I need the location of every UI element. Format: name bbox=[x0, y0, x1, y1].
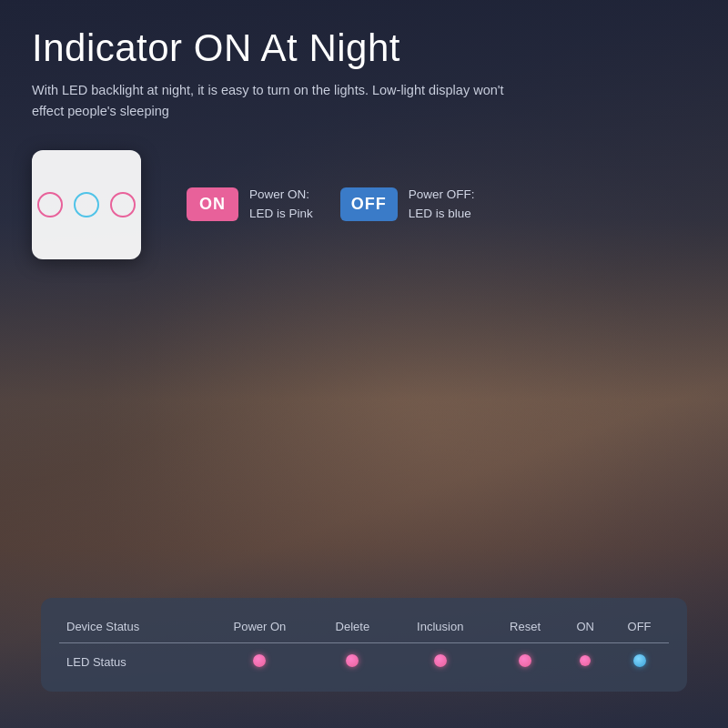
dot-off bbox=[610, 643, 669, 678]
page-subtitle: With LED backlight at night, it is easy … bbox=[32, 80, 505, 122]
status-table-container: Device Status Power On Delete Inclusion … bbox=[41, 598, 687, 692]
on-desc-line1: Power ON: bbox=[249, 187, 309, 201]
dot-inclusion bbox=[391, 643, 490, 678]
table-row: LED Status bbox=[59, 643, 669, 678]
row-label-led-status: LED Status bbox=[59, 643, 206, 678]
off-badge: OFF bbox=[340, 187, 398, 221]
switch-circle-right bbox=[110, 192, 136, 217]
switch-image bbox=[32, 150, 141, 259]
led-dot-delete bbox=[346, 654, 359, 667]
led-dot-off bbox=[633, 654, 646, 667]
dot-on bbox=[561, 643, 610, 678]
status-table: Device Status Power On Delete Inclusion … bbox=[59, 612, 669, 677]
on-badge-text: Power ON: LED is Pink bbox=[249, 186, 313, 223]
switch-circle-left bbox=[37, 192, 63, 217]
dot-reset bbox=[490, 643, 561, 678]
switch-circle-middle bbox=[74, 192, 99, 217]
led-dot-inclusion bbox=[434, 654, 447, 667]
col-header-off: OFF bbox=[610, 612, 669, 643]
dot-delete bbox=[314, 643, 391, 678]
off-badge-text: Power OFF: LED is blue bbox=[409, 186, 475, 223]
power-off-badge-group: OFF Power OFF: LED is blue bbox=[340, 186, 475, 223]
led-dot-reset bbox=[519, 654, 531, 667]
indicator-badges: ON Power ON: LED is Pink OFF Power OFF: … bbox=[187, 186, 475, 223]
dot-power-on bbox=[206, 643, 314, 678]
col-header-device-status: Device Status bbox=[59, 612, 206, 643]
power-on-badge-group: ON Power ON: LED is Pink bbox=[187, 186, 313, 223]
led-dot-on bbox=[580, 655, 591, 666]
col-header-delete: Delete bbox=[314, 612, 391, 643]
led-dot-power-on bbox=[253, 654, 266, 667]
off-desc-line1: Power OFF: bbox=[409, 187, 475, 201]
page-title: Indicator ON At Night bbox=[32, 27, 696, 69]
col-header-inclusion: Inclusion bbox=[391, 612, 490, 643]
product-section: ON Power ON: LED is Pink OFF Power OFF: … bbox=[32, 150, 696, 259]
col-header-power-on: Power On bbox=[206, 612, 314, 643]
off-desc-line2: LED is blue bbox=[409, 207, 471, 220]
col-header-reset: Reset bbox=[490, 612, 561, 643]
on-desc-line2: LED is Pink bbox=[249, 207, 313, 220]
col-header-on: ON bbox=[561, 612, 610, 643]
table-header-row: Device Status Power On Delete Inclusion … bbox=[59, 612, 669, 643]
on-badge: ON bbox=[187, 187, 238, 221]
